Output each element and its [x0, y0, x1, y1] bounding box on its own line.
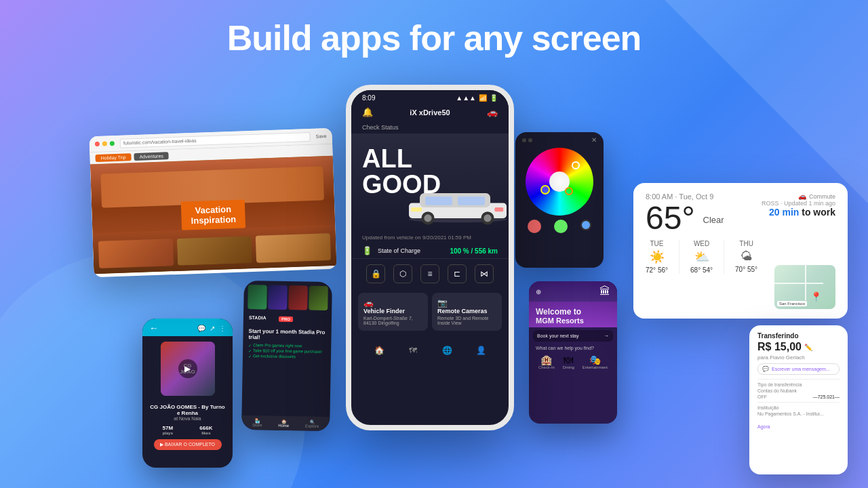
save-btn[interactable]: Save — [316, 134, 327, 139]
nav-home-icon[interactable]: 🏠 — [372, 343, 387, 358]
map-road-h — [774, 283, 823, 284]
phone-action-icons: 🔒 ⬡ ≡ ⊏ ⋈ — [351, 259, 509, 289]
mgm-subtitle: MGM Resorts — [536, 317, 610, 325]
lights-icon-btn[interactable]: ≡ — [420, 264, 439, 283]
map-thumbnail[interactable]: 📍 San Francisco — [774, 265, 835, 309]
stadia-nav-home[interactable]: 🏠 Home — [278, 419, 289, 428]
color-wheel[interactable] — [526, 148, 593, 216]
minimize-dot[interactable] — [102, 141, 107, 146]
thu-high: 70° 55° — [735, 266, 757, 273]
horn-icon-btn[interactable]: ⊏ — [448, 264, 467, 283]
holiday-trip-btn[interactable]: Holiday Trip — [95, 153, 131, 162]
mgm-book-text: Book your next stay — [537, 333, 578, 338]
nav-globe-icon[interactable]: 🌐 — [439, 343, 454, 358]
edit-icon[interactable]: ✏️ — [804, 344, 812, 351]
game-thumb-4 — [309, 286, 328, 310]
more-icon[interactable]: ⋮ — [219, 325, 226, 332]
lock-icon-btn[interactable]: 🔒 — [366, 264, 385, 283]
tue-high: 72° 56° — [646, 266, 668, 274]
mgm-book-bar[interactable]: Book your next stay → — [533, 330, 613, 342]
swatch-green[interactable] — [554, 220, 568, 233]
color-selector-1[interactable] — [572, 161, 580, 169]
dot-2 — [528, 138, 532, 142]
svg-point-8 — [484, 214, 491, 222]
phone-status-bar: 8:09 ▲▲▲ 📶 🔋 — [351, 90, 509, 104]
music-header: ← 💬 ↗ ⋮ — [142, 319, 233, 336]
map-background: 📍 San Francisco — [774, 265, 835, 309]
institution-label: Instituição — [757, 405, 779, 410]
svg-text:STADIA: STADIA — [249, 315, 267, 320]
bell-icon: 🔔 — [362, 107, 373, 117]
svg-rect-10 — [494, 207, 503, 211]
mgm-arrow-icon: → — [604, 333, 609, 339]
stadia-games-grid — [243, 281, 332, 313]
svg-rect-4 — [458, 197, 485, 205]
play-button[interactable]: ▶ — [178, 359, 197, 378]
download-button[interactable]: ▶ BAIXAR O COMPLETO — [154, 439, 222, 450]
signal-icon: ▲▲▲ — [456, 94, 476, 102]
thumb-1 — [98, 239, 174, 268]
mgm-resorts-card: ⊕ 🏛 Welcome to MGM Resorts Book your nex… — [529, 281, 617, 424]
mgm-hero-section: Welcome to MGM Resorts — [529, 302, 617, 327]
page-title: Build apps for any screen — [0, 18, 868, 58]
commute-detail: ROSS · Updated 1 min ago — [762, 200, 835, 207]
svg-rect-3 — [425, 197, 452, 205]
charge-row: 🔋 State of Charge 100 % / 556 km — [351, 243, 509, 259]
adventures-btn[interactable]: Adventures — [134, 152, 169, 161]
stadia-nav-explore[interactable]: 🔍 Explore — [305, 419, 319, 428]
climate-icon-btn[interactable]: ⬡ — [393, 264, 412, 283]
wed-icon: ⛅ — [690, 249, 713, 264]
swatch-blue[interactable] — [580, 220, 591, 230]
svg-rect-9 — [411, 207, 422, 211]
message-placeholder[interactable]: Escrever uma mensagem... — [772, 367, 830, 371]
weather-temperature: 65° — [646, 202, 695, 235]
mgm-header: ⊕ 🏛 — [529, 281, 617, 302]
vacation-hero-image: VacationInspiration — [90, 156, 336, 274]
close-dot[interactable] — [95, 142, 100, 146]
share-icon[interactable]: ↗ — [210, 325, 215, 332]
nav-map-icon[interactable]: 🗺 — [406, 343, 420, 358]
charge-percent: 100 % / 556 km — [450, 247, 498, 255]
colorwheel-swatches — [515, 216, 604, 237]
mgm-checkin-item[interactable]: 🏨 Check-In — [538, 354, 555, 369]
transfer-now-row: Agora — [757, 419, 840, 431]
svg-point-6 — [424, 214, 431, 222]
mgm-icon-left: ⊕ — [536, 288, 541, 296]
checkin-label: Check-In — [538, 365, 555, 369]
transfer-nubank-row: Contas do Nubank — [757, 388, 840, 393]
music-album-art: CGJOÃO ▶ — [161, 342, 215, 396]
nav-person-icon[interactable]: 👤 — [473, 343, 488, 358]
commute-icon: 🚗 — [798, 192, 806, 200]
dining-label: Dining — [563, 365, 574, 369]
back-icon[interactable]: ← — [149, 323, 159, 333]
thumb-2 — [177, 236, 252, 266]
color-selector-2[interactable] — [540, 185, 550, 195]
remote-cameras-card[interactable]: 📷 Remote Cameras Remote 3D and Remote In… — [432, 293, 502, 331]
map-city-label: San Francisco — [777, 301, 807, 306]
weather-card: 8:00 AM · Tue, Oct 9 65° Clear TUE ☀️ 72… — [633, 183, 848, 319]
message-icon: 💬 — [762, 366, 769, 372]
chat-icon[interactable]: 💬 — [197, 325, 205, 332]
color-selector-3[interactable] — [565, 187, 573, 195]
transfer-message-btn[interactable]: 💬 Escrever uma mensagem... — [757, 363, 840, 375]
close-icon[interactable]: ✕ — [591, 136, 597, 144]
stadia-nav-store[interactable]: 🏪 Store — [252, 418, 262, 427]
mgm-dining-item[interactable]: 🍽 Dining — [563, 354, 574, 369]
transfer-divider-1 — [757, 379, 840, 380]
mgm-entertainment-item[interactable]: 🎭 Entertainment — [583, 354, 608, 369]
swatch-red[interactable] — [528, 220, 541, 233]
divider-2 — [724, 240, 724, 274]
tue-icon: ☀️ — [646, 249, 668, 264]
music-title: CG JOÃO GOMES - By Turno e Renha — [149, 404, 226, 416]
thumb-3 — [256, 233, 331, 263]
maximize-dot[interactable] — [110, 141, 115, 146]
game-thumb-2 — [268, 285, 288, 310]
thu-icon: 🌤 — [735, 249, 757, 264]
forecast-tue: TUE ☀️ 72° 56° — [646, 240, 668, 274]
music-likes: 666K likes — [199, 425, 212, 435]
transfer-amount: R$ 15,00 — [757, 341, 802, 353]
more-icon-btn[interactable]: ⋈ — [475, 264, 494, 283]
weather-condition: Clear — [703, 215, 724, 225]
phone-status-icons: ▲▲▲ 📶 🔋 — [456, 94, 498, 102]
vehicle-finder-card[interactable]: 🚗 Vehicle Finder Karl-Dompert-Straße 7, … — [358, 293, 428, 331]
